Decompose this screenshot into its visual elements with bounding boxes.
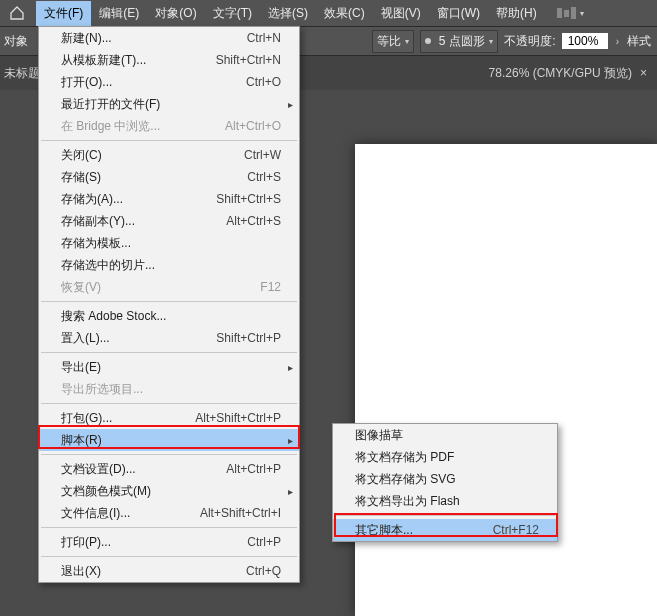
file-menu-item[interactable]: 存储为模板... [39,232,299,254]
menu-item-shortcut: Ctrl+S [235,170,281,184]
menu-item-label: 置入(L)... [61,330,204,347]
menu-item-label: 打印(P)... [61,534,235,551]
file-menu-item[interactable]: 置入(L)...Shift+Ctrl+P [39,327,299,349]
file-menu-item: 恢复(V)F12 [39,276,299,298]
scripts-submenu: 图像描草将文档存储为 PDF将文档存储为 SVG将文档导出为 Flash其它脚本… [332,423,558,542]
scale-combo-label: 等比 [377,33,401,50]
scripts-submenu-item[interactable]: 将文档导出为 Flash [333,490,557,512]
file-menu-item[interactable]: 最近打开的文件(F)▸ [39,93,299,115]
submenu-arrow-icon: ▸ [288,362,293,373]
menu-item-shortcut: Alt+Ctrl+O [213,119,281,133]
menu-item-text[interactable]: 文字(T) [205,1,260,26]
workspace-switcher-icon[interactable]: ▾ [557,7,584,19]
file-menu-item[interactable]: 文档颜色模式(M)▸ [39,480,299,502]
menu-item-label: 其它脚本... [355,522,481,539]
menu-item-shortcut: Ctrl+P [235,535,281,549]
submenu-arrow-icon: ▸ [288,486,293,497]
menu-item-label: 存储为模板... [61,235,281,252]
file-menu-item[interactable]: 存储副本(Y)...Alt+Ctrl+S [39,210,299,232]
home-icon[interactable] [8,4,26,22]
document-tab[interactable]: 78.26% (CMYK/GPU 预览) × [479,59,657,88]
menu-item-shortcut: Alt+Shift+Ctrl+P [183,411,281,425]
menu-item-label: 退出(X) [61,563,234,580]
file-menu-item[interactable]: 搜索 Adobe Stock... [39,305,299,327]
menu-separator [41,454,297,455]
menu-separator [41,352,297,353]
file-menu-item[interactable]: 存储选中的切片... [39,254,299,276]
menu-item-label: 导出(E) [61,359,281,376]
file-menu-item: 导出所选项目... [39,378,299,400]
menu-item-label: 文档设置(D)... [61,461,214,478]
document-tab-title: 78.26% (CMYK/GPU 预览) [489,65,632,82]
menu-item-object[interactable]: 对象(O) [147,1,204,26]
menu-item-label: 打包(G)... [61,410,183,427]
file-menu-item[interactable]: 存储为(A)...Shift+Ctrl+S [39,188,299,210]
menu-item-file[interactable]: 文件(F) [36,1,91,26]
file-menu-item[interactable]: 关闭(C)Ctrl+W [39,144,299,166]
submenu-arrow-icon: ▸ [288,435,293,446]
brush-combo[interactable]: 5点圆形▾ [420,30,499,53]
menu-item-shortcut: Shift+Ctrl+N [204,53,281,67]
menu-item-label: 在 Bridge 中浏览... [61,118,213,135]
menu-item-shortcut: Ctrl+N [235,31,281,45]
menu-item-effect[interactable]: 效果(C) [316,1,373,26]
opacity-label: 不透明度: [504,33,555,50]
menu-separator [41,403,297,404]
scale-combo[interactable]: 等比▾ [372,30,414,53]
menu-item-edit[interactable]: 编辑(E) [91,1,147,26]
menu-item-label: 图像描草 [355,427,539,444]
menu-item-select[interactable]: 选择(S) [260,1,316,26]
file-menu-item[interactable]: 文件信息(I)...Alt+Shift+Ctrl+I [39,502,299,524]
menu-item-shortcut: Alt+Shift+Ctrl+I [188,506,281,520]
menu-item-label: 打开(O)... [61,74,234,91]
menu-item-shortcut: Alt+Ctrl+S [214,214,281,228]
file-menu-item[interactable]: 存储(S)Ctrl+S [39,166,299,188]
menu-item-label: 关闭(C) [61,147,232,164]
chevron-right-icon[interactable]: › [614,36,621,47]
close-icon[interactable]: × [640,66,647,80]
menu-item-label: 脚本(R) [61,432,281,449]
menu-item-label: 最近打开的文件(F) [61,96,281,113]
menu-items: 文件(F) 编辑(E) 对象(O) 文字(T) 选择(S) 效果(C) 视图(V… [36,1,545,26]
opacity-input[interactable]: 100% [562,33,608,49]
menu-item-shortcut: F12 [248,280,281,294]
file-menu-item[interactable]: 打包(G)...Alt+Shift+Ctrl+P [39,407,299,429]
scripts-submenu-item[interactable]: 将文档存储为 PDF [333,446,557,468]
menu-item-help[interactable]: 帮助(H) [488,1,545,26]
selection-type-label: 对象 [4,33,38,50]
file-menu-item[interactable]: 退出(X)Ctrl+Q [39,560,299,582]
submenu-arrow-icon: ▸ [288,99,293,110]
artboard[interactable] [355,144,657,616]
menu-separator [41,301,297,302]
file-menu-item[interactable]: 新建(N)...Ctrl+N [39,27,299,49]
file-menu-item[interactable]: 导出(E)▸ [39,356,299,378]
menu-item-label: 文件信息(I)... [61,505,188,522]
menubar: 文件(F) 编辑(E) 对象(O) 文字(T) 选择(S) 效果(C) 视图(V… [0,0,657,26]
menu-item-view[interactable]: 视图(V) [373,1,429,26]
doc-untitled-label: 未标题 [4,65,40,82]
menu-item-shortcut: Alt+Ctrl+P [214,462,281,476]
chevron-down-icon: ▾ [405,37,409,46]
file-menu-item[interactable]: 打开(O)...Ctrl+O [39,71,299,93]
menu-separator [41,140,297,141]
file-menu-item[interactable]: 打印(P)...Ctrl+P [39,531,299,553]
scripts-submenu-item[interactable]: 其它脚本...Ctrl+F12 [333,519,557,541]
scripts-submenu-item[interactable]: 将文档存储为 SVG [333,468,557,490]
file-menu-dropdown: 新建(N)...Ctrl+N从模板新建(T)...Shift+Ctrl+N打开(… [38,26,300,583]
styles-label[interactable]: 样式 [627,33,651,50]
menu-item-shortcut: Ctrl+O [234,75,281,89]
menu-item-label: 存储选中的切片... [61,257,281,274]
file-menu-item[interactable]: 文档设置(D)...Alt+Ctrl+P [39,458,299,480]
menu-item-label: 存储为(A)... [61,191,204,208]
menu-item-label: 将文档存储为 SVG [355,471,539,488]
bullet-icon [425,38,431,44]
menu-item-shortcut: Ctrl+Q [234,564,281,578]
brush-size: 5 [439,34,446,48]
menu-item-window[interactable]: 窗口(W) [429,1,488,26]
menu-item-shortcut: Ctrl+W [232,148,281,162]
menu-item-label: 搜索 Adobe Stock... [61,308,281,325]
scripts-submenu-item[interactable]: 图像描草 [333,424,557,446]
file-menu-item[interactable]: 从模板新建(T)...Shift+Ctrl+N [39,49,299,71]
file-menu-item[interactable]: 脚本(R)▸ [39,429,299,451]
menu-item-label: 存储(S) [61,169,235,186]
